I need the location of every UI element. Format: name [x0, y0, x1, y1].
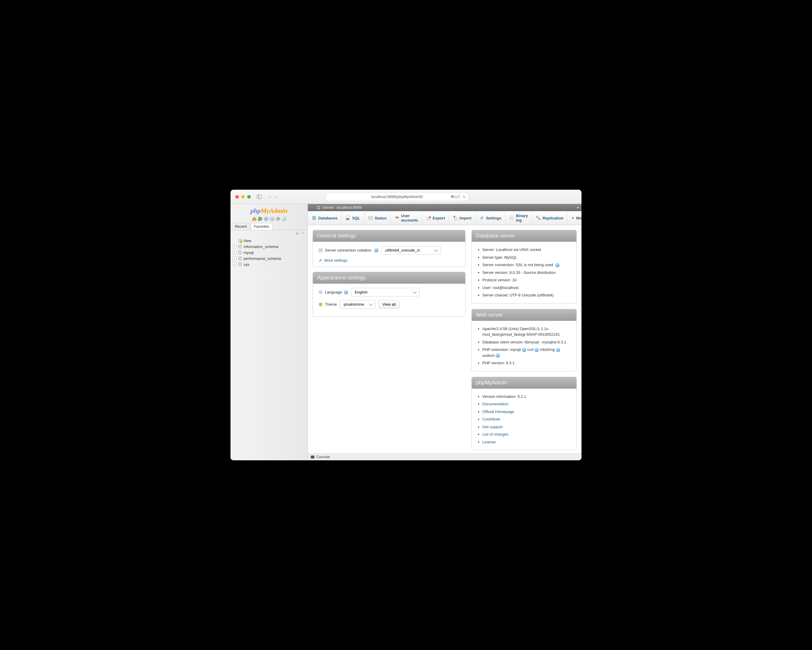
- console-bar[interactable]: Console: [308, 453, 582, 460]
- svg-rect-25: [454, 217, 457, 220]
- tree-db-item[interactable]: + performance_schema: [232, 255, 306, 261]
- users-icon: [395, 215, 400, 220]
- sql-icon[interactable]: SQL: [270, 217, 275, 221]
- help-icon[interactable]: [344, 290, 348, 294]
- expand-icon[interactable]: +: [232, 256, 237, 261]
- webserver-info-item: Apache/2.4.58 (Unix) OpenSSL/1.1.1u mod_…: [482, 325, 571, 339]
- svg-text:SQL: SQL: [270, 218, 274, 220]
- expand-icon[interactable]: +: [232, 250, 237, 255]
- window-minimize-button[interactable]: [241, 195, 245, 198]
- phpmyadmin-panel: phpMyAdmin Version information: 5.2.1 Do…: [472, 377, 577, 450]
- svg-text:01: 01: [510, 217, 513, 219]
- svg-rect-28: [536, 216, 538, 218]
- svg-point-36: [321, 303, 322, 304]
- tree-db-item[interactable]: + mysql: [232, 249, 306, 255]
- tab-status[interactable]: Status: [364, 211, 391, 225]
- reload-icon[interactable]: ↻: [463, 195, 466, 199]
- phpmyadmin-logo[interactable]: phpMyAdmin: [230, 204, 308, 216]
- server-info-item: User: root@localhost: [482, 284, 571, 292]
- forward-button[interactable]: ›: [275, 194, 277, 200]
- home-icon[interactable]: [252, 217, 257, 221]
- pma-link[interactable]: Get support: [482, 425, 503, 429]
- scroll-top-icon[interactable]: ⏶: [576, 205, 580, 209]
- back-button[interactable]: ‹: [269, 194, 271, 200]
- tab-import[interactable]: Import: [449, 211, 476, 225]
- language-select[interactable]: English: [351, 288, 420, 296]
- browser-window: ‹ › localhost:8888/phpMyAdmin5/ �ććĈ ↻ p…: [230, 190, 582, 460]
- server-info-item: Server version: 8.0.35 - Source distribu…: [482, 269, 571, 276]
- panel-title: phpMyAdmin: [472, 377, 577, 389]
- url-bar[interactable]: localhost:8888/phpMyAdmin5/ �ććĈ ↻: [326, 193, 469, 201]
- help-icon[interactable]: [374, 248, 379, 252]
- collation-select[interactable]: utf8mb4_unicode_ci: [381, 246, 441, 255]
- expand-icon[interactable]: +: [232, 244, 237, 249]
- binlog-icon: 01: [510, 215, 514, 220]
- expand-icon[interactable]: +: [232, 262, 237, 266]
- server-label: Server:: [322, 205, 335, 210]
- server-info-item: Server type: MySQL: [482, 254, 571, 261]
- panel-title: Database server: [472, 230, 577, 242]
- svg-point-22: [395, 217, 397, 218]
- sidebar-toggle-icon[interactable]: [257, 195, 262, 199]
- tree-db-item[interactable]: + information_schema: [232, 244, 306, 249]
- reload-nav-icon[interactable]: [282, 217, 287, 221]
- tab-databases[interactable]: Databases: [308, 211, 342, 225]
- settings-icon[interactable]: [276, 217, 281, 221]
- more-settings-link[interactable]: More settings: [324, 258, 347, 262]
- theme-select[interactable]: pmahomme: [340, 300, 375, 309]
- docs-icon[interactable]: ?: [264, 217, 269, 221]
- database-icon: [238, 250, 243, 255]
- svg-text:+: +: [241, 241, 242, 243]
- pma-link[interactable]: Contribute: [482, 417, 500, 421]
- window-close-button[interactable]: [235, 195, 239, 198]
- help-icon[interactable]: [522, 348, 526, 352]
- window-zoom-button[interactable]: [247, 195, 251, 198]
- collapse-all-icon[interactable]: ⊖: [295, 231, 299, 235]
- tab-recent[interactable]: Recent: [232, 223, 250, 230]
- svg-rect-17: [317, 208, 321, 209]
- new-db-icon: +: [238, 238, 243, 243]
- svg-point-37: [321, 305, 321, 305]
- tab-sql[interactable]: SQL: [342, 211, 364, 225]
- tree-new[interactable]: + New: [232, 238, 306, 244]
- wrench-icon: [479, 215, 484, 220]
- main-content: ← Server: localhost:8889 ⏶ Databases SQL…: [308, 204, 582, 460]
- tab-user-accounts[interactable]: User accounts: [391, 211, 422, 225]
- browser-toolbar: ‹ › localhost:8888/phpMyAdmin5/ �ććĈ ↻: [230, 190, 582, 204]
- tab-export[interactable]: Export: [422, 211, 449, 225]
- help-icon[interactable]: [556, 348, 560, 352]
- url-text: localhost:8888/phpMyAdmin5/: [371, 194, 423, 199]
- tab-replication[interactable]: Replication: [532, 211, 568, 225]
- panel-title: General settings: [313, 230, 465, 242]
- view-all-button[interactable]: View all: [379, 300, 400, 309]
- language-label: Language: [325, 290, 342, 294]
- wrench-small-icon: [318, 258, 322, 262]
- pma-link[interactable]: Official Homepage: [482, 409, 514, 414]
- server-info-item: Server charset: UTF-8 Unicode (utf8mb4): [482, 291, 571, 299]
- tab-more[interactable]: ▼More: [568, 211, 582, 225]
- help-icon[interactable]: [496, 354, 500, 358]
- pma-link[interactable]: License: [482, 440, 496, 444]
- database-icon: [238, 244, 243, 249]
- reader-icon[interactable]: �ććĈ: [450, 195, 461, 199]
- tree-db-item[interactable]: + sys: [232, 261, 306, 267]
- import-icon: [453, 215, 458, 220]
- database-icon: [238, 256, 243, 261]
- link-icon[interactable]: ⚭: [301, 231, 305, 235]
- svg-rect-29: [539, 218, 540, 220]
- svg-rect-16: [317, 206, 321, 207]
- tab-binary-log[interactable]: 01Binary log: [506, 211, 532, 225]
- pma-link[interactable]: List of changes: [482, 432, 508, 436]
- tab-settings[interactable]: Settings: [476, 211, 505, 225]
- server-info-item: Protocol version: 10: [482, 276, 571, 284]
- logout-icon[interactable]: [258, 217, 263, 221]
- help-icon[interactable]: [534, 348, 539, 352]
- sql-file-icon: [346, 215, 350, 220]
- svg-rect-21: [368, 217, 373, 220]
- help-icon[interactable]: [555, 263, 560, 267]
- server-value[interactable]: localhost:8889: [337, 205, 362, 210]
- svg-rect-1: [258, 217, 261, 221]
- tab-favorites[interactable]: Favorites: [251, 223, 272, 230]
- caret-down-icon: ▼: [571, 217, 574, 220]
- pma-link[interactable]: Documentation: [482, 402, 508, 406]
